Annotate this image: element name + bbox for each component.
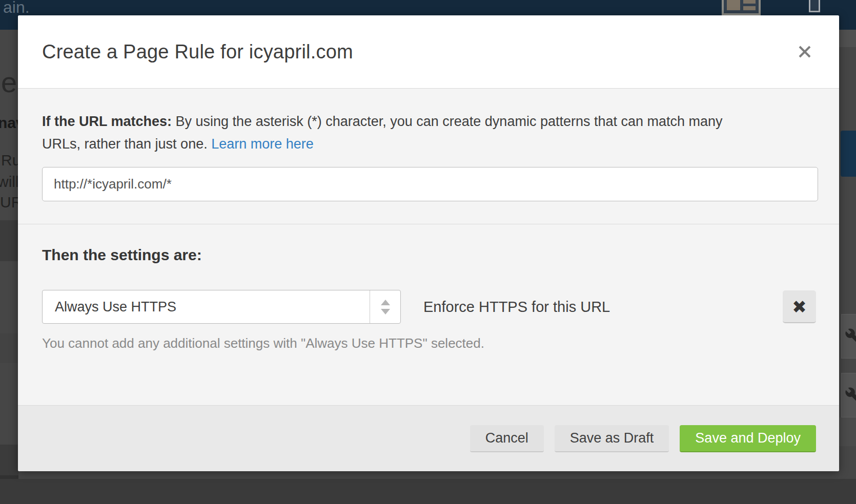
page-rule-modal: Create a Page Rule for icyapril.com If t… <box>18 15 839 471</box>
learn-more-link[interactable]: Learn more here <box>211 136 314 152</box>
background-nav-text: ain. <box>3 0 30 17</box>
save-as-draft-button[interactable]: Save as Draft <box>555 425 669 452</box>
select-stepper-icon <box>370 290 400 323</box>
url-match-instructions: If the URL matches: By using the asteris… <box>42 110 760 155</box>
settings-row: Always Use HTTPS Enforce HTTPS for this … <box>42 290 816 324</box>
chevron-up-icon <box>381 300 390 305</box>
wrench-icon <box>845 328 856 345</box>
cancel-button[interactable]: Cancel <box>470 425 544 452</box>
setting-select[interactable]: Always Use HTTPS <box>42 290 401 324</box>
background-right-edge <box>839 30 856 504</box>
setting-description: Enforce HTTPS for this URL <box>423 299 610 316</box>
background-text-fragment-ru: Ru <box>1 152 18 169</box>
background-text-fragment-ur: UR <box>0 194 18 211</box>
close-icon <box>796 43 814 61</box>
url-match-lead: If the URL matches: <box>42 114 172 129</box>
background-blue-button-fragment <box>841 131 856 177</box>
background-bottom-band <box>0 479 856 504</box>
background-edit-row-2 <box>841 373 856 417</box>
modal-header: Create a Page Rule for icyapril.com <box>18 15 839 89</box>
url-pattern-input[interactable] <box>42 167 818 201</box>
background-bold-fragment: nav <box>0 114 18 132</box>
setting-select-value: Always Use HTTPS <box>43 299 370 315</box>
partial-square-icon <box>809 0 820 12</box>
background-heading-fragment: e <box>1 66 17 99</box>
remove-x-icon: ✖ <box>792 297 807 317</box>
modal-title: Create a Page Rule for icyapril.com <box>42 41 353 63</box>
layout-columns-icon <box>722 0 761 15</box>
save-and-deploy-button[interactable]: Save and Deploy <box>680 425 816 452</box>
remove-setting-button[interactable]: ✖ <box>783 290 816 323</box>
modal-footer: Cancel Save as Draft Save and Deploy <box>18 405 839 471</box>
settings-note: You cannot add any additional settings w… <box>42 335 816 351</box>
section-divider <box>18 224 839 224</box>
modal-body: If the URL matches: By using the asteris… <box>18 110 839 351</box>
wrench-icon <box>845 387 856 404</box>
background-edit-row-1 <box>841 314 856 359</box>
background-left-edge: e nav Ru will UR <box>0 30 18 504</box>
close-button[interactable] <box>793 40 816 63</box>
background-text-fragment-will: will <box>0 173 18 191</box>
settings-heading: Then the settings are: <box>42 246 816 264</box>
chevron-down-icon <box>381 309 390 314</box>
